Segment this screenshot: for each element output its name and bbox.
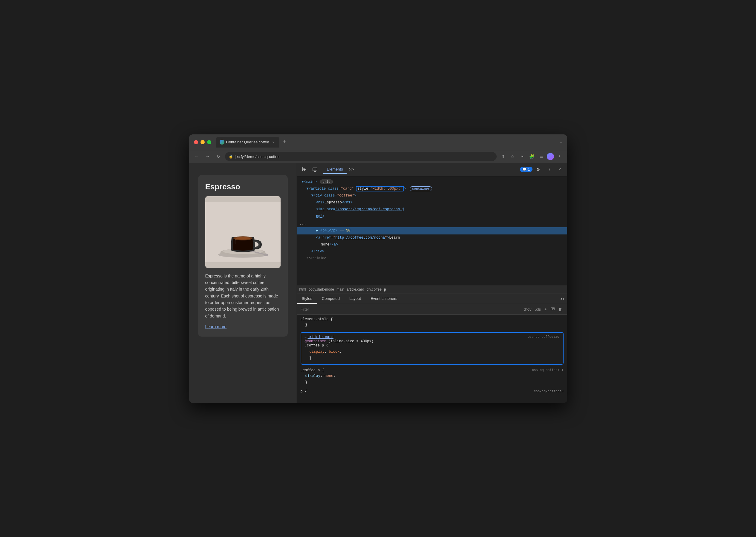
breadcrumb-body[interactable]: body.dark-mode	[308, 287, 334, 292]
new-property-icon[interactable]	[549, 306, 556, 313]
screen-icon[interactable]: ▭	[537, 152, 546, 161]
style-rule-element-header: element.style {	[301, 317, 563, 321]
tab-favicon	[220, 140, 224, 145]
container-rule-source[interactable]: css-cq-coffee:30	[528, 335, 559, 348]
styles-tab-computed[interactable]: Computed	[317, 294, 344, 304]
main-area: Espresso	[189, 163, 567, 403]
coffee-card-title: Espresso	[205, 182, 281, 191]
breadcrumb-main[interactable]: main	[336, 287, 344, 292]
breadcrumb-bar: html body.dark-mode main article.card di…	[297, 285, 567, 294]
forward-button[interactable]: →	[203, 152, 212, 161]
share-icon[interactable]: ⬆	[499, 152, 508, 161]
user-avatar[interactable]	[547, 153, 554, 160]
style-rule-element-close: }	[301, 322, 563, 329]
styles-tab-layout[interactable]: Layout	[344, 294, 366, 304]
p-selector: p {	[301, 390, 307, 393]
cls-filter-button[interactable]: .cls	[534, 307, 542, 312]
dom-tree: ▼<main> grid ▼<article class="card" styl…	[297, 176, 567, 285]
learn-more-link[interactable]: Learn more	[205, 324, 227, 329]
coffee-p-selector: .coffee p {	[301, 368, 324, 372]
inspect-element-icon[interactable]	[299, 165, 309, 174]
breadcrumb-div[interactable]: div.coffee	[367, 287, 381, 292]
style-rule-element: element.style { }	[301, 317, 563, 329]
tab-elements[interactable]: Elements	[323, 165, 347, 174]
close-traffic-light[interactable]	[194, 140, 198, 144]
container-rule-close: }	[305, 355, 559, 362]
devtools-panel: Elements >> 💬 1 ⚙ ⋮ ×	[297, 163, 567, 403]
dom-line-a1[interactable]: <a href="http://coffee.com/mocha">Learn	[297, 234, 567, 241]
container-display-property: display: block;	[305, 349, 559, 355]
more-options-icon[interactable]: ⋮	[545, 165, 554, 174]
dom-line-h1[interactable]: <h1>Espresso</h1>	[297, 199, 567, 206]
style-rule-p: p { css-cq-coffee:3	[301, 390, 563, 393]
dom-line-img1[interactable]: <img src="/assets/img/demo/cof-espresso.…	[297, 206, 567, 213]
styles-panel: Styles Computed Layout Event Listeners >…	[297, 294, 567, 403]
url-bar[interactable]: 🔒 jec.fyi/demo/css-cq-coffee	[225, 152, 497, 161]
coffee-p-source[interactable]: css-cq-coffee:21	[532, 368, 563, 372]
bookmark-icon[interactable]: ☆	[509, 152, 517, 161]
styles-tab-more[interactable]: >>	[558, 295, 567, 304]
styles-filter-bar: :hov .cls + ◧	[297, 304, 567, 315]
tab-close-button[interactable]: ×	[271, 140, 276, 145]
svg-rect-8	[313, 168, 317, 171]
container-query-rule: →article.card @container (inline-size > …	[301, 332, 563, 365]
svg-rect-11	[551, 308, 555, 310]
console-badge[interactable]: 💬 1	[520, 167, 532, 172]
filter-input[interactable]	[301, 307, 520, 311]
container-coffee-p-selector: .coffee p {	[305, 344, 329, 348]
url-text: jec.fyi/demo/css-cq-coffee	[235, 154, 280, 159]
display-none-property: display: none;	[301, 373, 563, 380]
devtools-toolbar: Elements >> 💬 1 ⚙ ⋮ ×	[297, 163, 567, 176]
dom-line-main[interactable]: ▼<main> grid	[297, 179, 567, 186]
traffic-lights	[194, 140, 211, 144]
new-tab-button[interactable]: +	[281, 138, 289, 146]
dom-line-close-div[interactable]: </div>	[297, 248, 567, 255]
toggle-panel-icon[interactable]: ◧	[557, 307, 563, 312]
dom-line-a2[interactable]: more</a>	[297, 241, 567, 248]
styles-tab-event-listeners[interactable]: Event Listeners	[366, 294, 402, 304]
puzzle-icon[interactable]: 🧩	[528, 152, 536, 161]
container-badge: container	[410, 186, 432, 191]
extension-icon[interactable]: ✂	[518, 152, 526, 161]
settings-icon[interactable]: ⚙	[534, 165, 543, 174]
dom-line-p-selected[interactable]: ▶ <p>…</p> == $0	[297, 227, 567, 234]
styles-tabs: Styles Computed Layout Event Listeners >…	[297, 294, 567, 304]
dom-line-div-coffee[interactable]: ▼<div class="coffee">	[297, 192, 567, 199]
fullscreen-traffic-light[interactable]	[207, 140, 211, 144]
dom-content: ▼<main> grid ▼<article class="card" styl…	[297, 176, 567, 285]
p-source[interactable]: css-cq-coffee:3	[534, 390, 563, 393]
breadcrumb-article[interactable]: article.card	[347, 287, 364, 292]
article-card-link[interactable]: article.card	[308, 335, 334, 339]
close-devtools-button[interactable]: ×	[555, 165, 565, 174]
add-style-rule-icon[interactable]: +	[543, 307, 548, 312]
breadcrumb-p[interactable]: p	[384, 287, 386, 292]
style-rule-coffee-p-header: .coffee p { css-cq-coffee:21	[301, 368, 563, 372]
minimize-traffic-light[interactable]	[200, 140, 205, 144]
dom-line-article[interactable]: ▼<article class="card" style="width: 500…	[297, 186, 567, 192]
container-rule-header: →article.card @container (inline-size > …	[305, 335, 559, 348]
tab-chevron-icon[interactable]: ⌄	[559, 140, 562, 144]
style-rule-coffee-p: .coffee p { css-cq-coffee:21 display: no…	[301, 368, 563, 386]
back-button[interactable]: ←	[193, 152, 201, 161]
dom-line-img2[interactable]: pg">	[297, 213, 567, 220]
device-toolbar-icon[interactable]	[310, 165, 320, 174]
address-bar: ← → ↻ 🔒 jec.fyi/demo/css-cq-coffee ⬆ ☆ ✂…	[189, 150, 567, 163]
dt-more-tabs[interactable]: >>	[347, 166, 356, 173]
refresh-button[interactable]: ↻	[214, 152, 223, 161]
toolbar-actions: ⬆ ☆ ✂ 🧩 ▭ ⋮	[499, 152, 563, 161]
styles-tab-styles[interactable]: Styles	[297, 294, 317, 304]
svg-point-7	[235, 237, 250, 239]
dom-line-ellipsis: ...	[297, 220, 567, 227]
styles-content: element.style { } →article.card @contain…	[297, 315, 567, 403]
filter-actions: :hov .cls + ◧	[523, 306, 563, 313]
page-content: Espresso	[189, 163, 297, 403]
devtools-tabs: Elements >>	[321, 165, 519, 174]
browser-tab[interactable]: Container Queries coffee ×	[216, 137, 279, 147]
style-selector-element: element.style {	[301, 317, 333, 321]
dom-line-close-article[interactable]: </article>	[297, 255, 567, 262]
breadcrumb-html[interactable]: html	[299, 287, 306, 292]
tab-area: Container Queries coffee × +	[216, 137, 557, 147]
coffee-p-rule-close: }	[301, 379, 563, 386]
hov-filter-button[interactable]: :hov	[523, 307, 533, 312]
more-menu-icon[interactable]: ⋮	[555, 152, 563, 161]
